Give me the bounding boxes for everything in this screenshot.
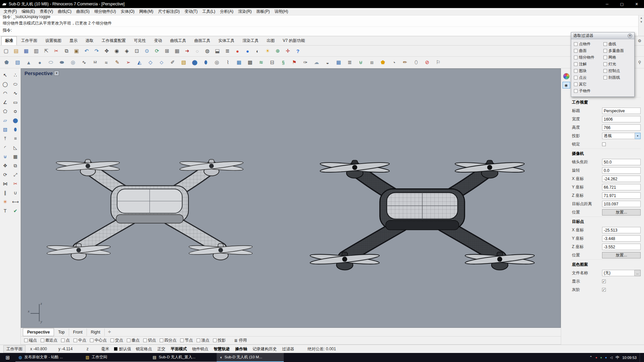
lock-viewport-checkbox[interactable] xyxy=(602,142,606,146)
viewport-canvas[interactable] xyxy=(21,69,560,327)
chamfer-icon[interactable]: ◺ xyxy=(11,143,19,152)
osnap-option[interactable]: 交点 xyxy=(110,338,123,343)
four-views-icon[interactable]: ▦ xyxy=(172,47,182,55)
cloud-icon[interactable]: ☁ xyxy=(311,58,322,67)
rotate-view-icon[interactable]: ⟳ xyxy=(152,47,162,55)
ribbon-tab[interactable]: 渲染工具 xyxy=(239,36,262,45)
menu-item[interactable]: 说明(H) xyxy=(272,8,290,15)
viewport-tab[interactable]: Top xyxy=(54,328,69,336)
zoom-dynamic-icon[interactable]: ◉ xyxy=(112,47,121,55)
ellipse-icon[interactable]: ⬭ xyxy=(11,80,19,88)
open-file-icon[interactable]: ▤ xyxy=(11,47,21,55)
checkbox[interactable] xyxy=(213,339,217,342)
pin-flag-icon[interactable]: ⚐ xyxy=(433,58,443,67)
viewport-title[interactable]: Perspective ▼ xyxy=(24,70,59,76)
filter-option[interactable]: 灯光 xyxy=(603,62,632,67)
curve-freeform-icon[interactable]: ∿ xyxy=(79,58,89,67)
solid-box-icon[interactable]: ▧ xyxy=(178,58,189,67)
render-icon[interactable]: ● xyxy=(233,47,242,55)
wallpaper-filename-field[interactable]: (无) xyxy=(602,270,635,276)
cut-icon[interactable]: ✂ xyxy=(52,47,61,55)
status-toggle[interactable]: 物件锁点 xyxy=(192,346,208,352)
checkbox[interactable] xyxy=(180,339,184,342)
viewport-title-label[interactable]: Perspective xyxy=(24,70,53,76)
move-tool-icon[interactable]: ✥ xyxy=(1,162,9,170)
cylinder-icon[interactable]: ⬮ xyxy=(11,125,19,133)
status-toggle[interactable]: 记录建构历史 xyxy=(253,346,277,352)
checkbox[interactable] xyxy=(603,76,607,79)
curve-icon[interactable]: ∿ xyxy=(11,89,19,97)
tube-icon[interactable]: ◎ xyxy=(212,58,222,67)
checkbox[interactable] xyxy=(73,339,77,342)
camera-x-field[interactable]: -24.262 xyxy=(602,176,641,182)
earth-icon[interactable]: ⊕ xyxy=(273,47,282,55)
ribbon-tab[interactable]: 变动 xyxy=(150,36,166,45)
viewport-menu-dropdown-icon[interactable]: ▼ xyxy=(54,71,59,76)
cplane-button[interactable]: 工作平面 xyxy=(3,345,25,353)
chevron-down-icon[interactable]: ▼ xyxy=(635,133,641,139)
checkbox[interactable] xyxy=(24,339,28,342)
ribbon-tab[interactable]: 标准 xyxy=(1,36,17,45)
checkbox[interactable] xyxy=(574,56,578,59)
camera-y-field[interactable]: 66.721 xyxy=(602,184,641,190)
tray-expand-icon[interactable]: ⌃ xyxy=(589,355,592,360)
loft-icon[interactable]: ≋ xyxy=(256,58,266,67)
twin-view-icon[interactable]: ⧈ xyxy=(367,58,377,67)
osnap-option[interactable]: 切点 xyxy=(143,338,156,343)
taskbar-app[interactable]: ▨ 工作空间 xyxy=(83,353,150,362)
object-properties-tab-icon[interactable] xyxy=(563,73,570,79)
checkbox[interactable] xyxy=(110,339,114,342)
checkbox[interactable] xyxy=(574,42,578,46)
offset-icon[interactable]: ≡ xyxy=(11,134,19,142)
checkbox[interactable] xyxy=(127,339,130,342)
ribbon-tab[interactable]: 曲线工具 xyxy=(166,36,190,45)
scale-tool-icon[interactable]: ⤢ xyxy=(11,171,19,179)
cheese-icon[interactable]: ⬟ xyxy=(378,58,388,67)
polygon-icon[interactable]: ⬠ xyxy=(1,107,9,115)
viewport-title-field[interactable]: Perspective xyxy=(602,108,641,114)
units-button[interactable]: 毫米 xyxy=(101,346,109,352)
lens-length-field[interactable]: 50.0 xyxy=(602,159,641,165)
pin-icon[interactable]: ⚲ xyxy=(637,60,642,65)
menu-item[interactable]: 实体(O) xyxy=(118,8,137,15)
checkbox[interactable] xyxy=(143,339,147,342)
command-area[interactable]: 指令: _SubDDisplayToggle 细分物件显示模式已从平滑更改为平坦… xyxy=(0,15,644,36)
taskbar-app[interactable]: ◍ 发布原创文章 - 站酷 ... xyxy=(15,353,83,362)
fillet-icon[interactable]: ◜ xyxy=(1,143,9,152)
help-icon[interactable]: ? xyxy=(293,47,303,55)
filter-option[interactable]: 注解 xyxy=(574,62,602,67)
capsule-icon[interactable]: ⬯ xyxy=(411,58,421,67)
camera-z-field[interactable]: 71.971 xyxy=(602,192,641,199)
zoom-window-icon[interactable]: ◈ xyxy=(122,47,131,55)
tray-red-icon[interactable]: ● xyxy=(595,356,597,359)
polyline-icon[interactable]: ∠ xyxy=(1,98,9,106)
spring-icon[interactable]: § xyxy=(278,58,288,67)
ribbon-tab[interactable]: 工作平面 xyxy=(17,36,41,45)
solid-sphere-icon[interactable]: ⬤ xyxy=(190,58,200,67)
select-arrow-icon[interactable]: ↖ xyxy=(1,71,9,79)
menu-item[interactable]: 变动(T) xyxy=(182,8,200,15)
osnap-option[interactable]: 端点 xyxy=(24,338,37,343)
layers-icon[interactable]: ≣ xyxy=(223,47,232,55)
checkbox[interactable] xyxy=(603,49,607,53)
target-x-field[interactable]: -25.513 xyxy=(602,227,641,233)
checkbox[interactable] xyxy=(574,49,578,53)
filter-option[interactable]: 子物件 xyxy=(574,88,602,94)
gumball-icon[interactable]: ✛ xyxy=(283,47,292,55)
status-toggle[interactable]: 平面模式 xyxy=(171,346,187,352)
wallpaper-show-checkbox[interactable] xyxy=(602,280,606,283)
ribbon-tab[interactable]: 可见性 xyxy=(130,36,150,45)
menu-item[interactable]: 分析(A) xyxy=(218,8,236,15)
undo-icon[interactable]: ↶ xyxy=(82,47,91,55)
new-viewport-icon[interactable]: ✛ xyxy=(105,330,114,334)
viewport-properties-tab-icon[interactable]: ◉ xyxy=(562,82,570,88)
print-icon[interactable]: ▥ xyxy=(32,47,41,55)
points-icon[interactable]: ∴ xyxy=(11,71,19,79)
command-scrollbar[interactable]: ▲ ▼ xyxy=(638,15,644,36)
explode-tool-icon[interactable]: ✳ xyxy=(1,198,9,206)
brush-icon[interactable]: ✏ xyxy=(400,58,410,67)
menu-item[interactable]: 细分物件(U) xyxy=(92,8,118,15)
array-icon[interactable]: ▦ xyxy=(11,153,19,161)
checkbox[interactable] xyxy=(160,339,163,342)
checkbox[interactable] xyxy=(603,56,607,59)
